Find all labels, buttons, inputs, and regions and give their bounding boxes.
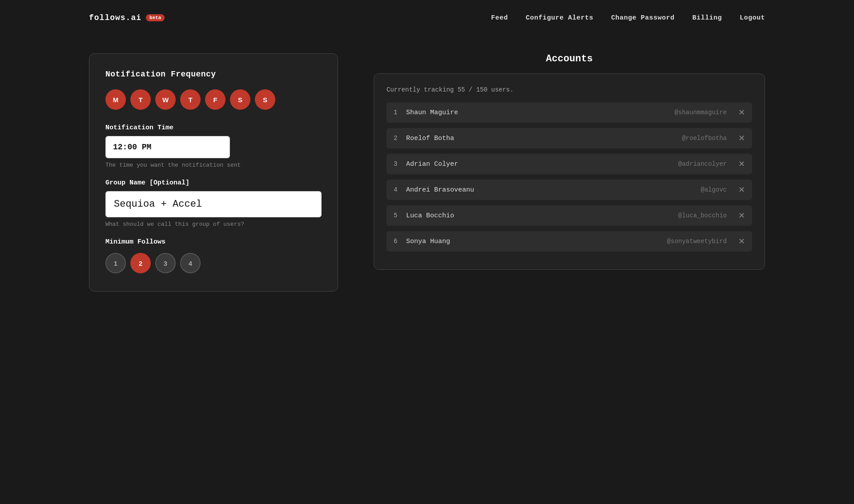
notification-time-label: Notification Time: [105, 124, 322, 132]
nav-link-configure-alerts[interactable]: Configure Alerts: [526, 14, 593, 22]
account-handle-4: @algovc: [701, 186, 727, 193]
group-name-input[interactable]: [105, 191, 322, 217]
account-handle-5: @luca_bocchio: [678, 212, 727, 219]
account-name-3: Adrian Colyer: [406, 160, 458, 168]
account-handle-3: @adriancolyer: [678, 160, 727, 168]
account-row-1-left: 1 Shaun Maguire: [394, 109, 458, 116]
brand-name: follows.ai: [89, 13, 141, 22]
account-number-6: 6: [394, 238, 402, 245]
account-name-6: Sonya Huang: [406, 238, 450, 245]
day-btn-thu[interactable]: T: [180, 89, 201, 110]
account-number-1: 1: [394, 109, 402, 116]
notification-time-hint: The time you want the notification sent: [105, 162, 322, 168]
follow-btn-2[interactable]: 2: [130, 253, 151, 273]
account-row-5: 5 Luca Bocchio @luca_bocchio ✕: [387, 205, 752, 226]
account-handle-2: @roelofbotha: [682, 135, 727, 142]
account-row-3: 3 Adrian Colyer @adriancolyer ✕: [387, 154, 752, 174]
account-row-3-left: 3 Adrian Colyer: [394, 160, 458, 168]
follows-buttons: 1 2 3 4: [105, 253, 322, 273]
account-row-6-left: 6 Sonya Huang: [394, 238, 450, 245]
days-row: M T W T F S S: [105, 89, 322, 110]
group-name-hint: What should we call this group of users?: [105, 221, 322, 228]
accounts-title: Accounts: [374, 53, 765, 64]
min-follows-label: Minimum Follows: [105, 238, 322, 246]
navbar: follows.ai beta Feed Configure Alerts Ch…: [0, 0, 854, 36]
day-btn-fri[interactable]: F: [205, 89, 226, 110]
notification-time-input[interactable]: [105, 136, 230, 158]
account-handle-6: @sonyatweetybird: [667, 238, 727, 245]
account-name-1: Shaun Maguire: [406, 109, 458, 116]
nav-link-change-password[interactable]: Change Password: [611, 14, 675, 22]
day-btn-tue[interactable]: T: [130, 89, 151, 110]
nav-brand: follows.ai beta: [89, 13, 165, 22]
nav-links: Feed Configure Alerts Change Password Bi…: [491, 14, 765, 22]
account-number-3: 3: [394, 160, 402, 168]
right-panel: Accounts Currently tracking 55 / 150 use…: [374, 53, 765, 270]
account-row-4: 4 Andrei Brasoveanu @algovc ✕: [387, 180, 752, 200]
follow-btn-1[interactable]: 1: [105, 253, 126, 273]
account-row-1-right: @shaunmmaguire ✕: [674, 108, 745, 116]
nav-link-logout[interactable]: Logout: [740, 14, 765, 22]
account-row-4-left: 4 Andrei Brasoveanu: [394, 186, 474, 194]
main-content: Notification Frequency M T W T F S S Not…: [0, 36, 854, 309]
account-row-3-right: @adriancolyer ✕: [678, 160, 745, 168]
nav-link-feed[interactable]: Feed: [491, 14, 508, 22]
beta-badge: beta: [146, 14, 165, 21]
account-name-5: Luca Bocchio: [406, 212, 454, 220]
remove-btn-4[interactable]: ✕: [738, 186, 745, 194]
remove-btn-2[interactable]: ✕: [738, 134, 745, 142]
account-number-5: 5: [394, 212, 402, 219]
remove-btn-5[interactable]: ✕: [738, 212, 745, 220]
account-row-2: 2 Roelof Botha @roelofbotha ✕: [387, 128, 752, 148]
notification-frequency-title: Notification Frequency: [105, 70, 322, 79]
account-row-2-left: 2 Roelof Botha: [394, 135, 454, 142]
account-row-6-right: @sonyatweetybird ✕: [667, 237, 745, 245]
day-btn-sat[interactable]: S: [230, 89, 250, 110]
account-number-2: 2: [394, 135, 402, 142]
account-number-4: 4: [394, 186, 402, 193]
account-row-4-right: @algovc ✕: [701, 186, 745, 194]
account-row-5-right: @luca_bocchio ✕: [678, 212, 745, 220]
remove-btn-1[interactable]: ✕: [738, 108, 745, 116]
day-btn-sun[interactable]: S: [255, 89, 275, 110]
follow-btn-3[interactable]: 3: [155, 253, 176, 273]
nav-link-billing[interactable]: Billing: [692, 14, 722, 22]
left-panel: Notification Frequency M T W T F S S Not…: [89, 53, 338, 292]
day-btn-wed[interactable]: W: [155, 89, 176, 110]
group-name-label: Group Name [Optional]: [105, 179, 322, 187]
remove-btn-6[interactable]: ✕: [738, 237, 745, 245]
account-row-6: 6 Sonya Huang @sonyatweetybird ✕: [387, 231, 752, 252]
account-name-4: Andrei Brasoveanu: [406, 186, 474, 194]
account-name-2: Roelof Botha: [406, 135, 454, 142]
remove-btn-3[interactable]: ✕: [738, 160, 745, 168]
account-row-5-left: 5 Luca Bocchio: [394, 212, 454, 220]
account-row-1: 1 Shaun Maguire @shaunmmaguire ✕: [387, 102, 752, 123]
accounts-box: Currently tracking 55 / 150 users. 1 Sha…: [374, 73, 765, 270]
account-row-2-right: @roelofbotha ✕: [682, 134, 745, 142]
follow-btn-4[interactable]: 4: [180, 253, 201, 273]
day-btn-mon[interactable]: M: [105, 89, 126, 110]
account-handle-1: @shaunmmaguire: [674, 109, 727, 116]
tracking-info: Currently tracking 55 / 150 users.: [387, 86, 752, 93]
